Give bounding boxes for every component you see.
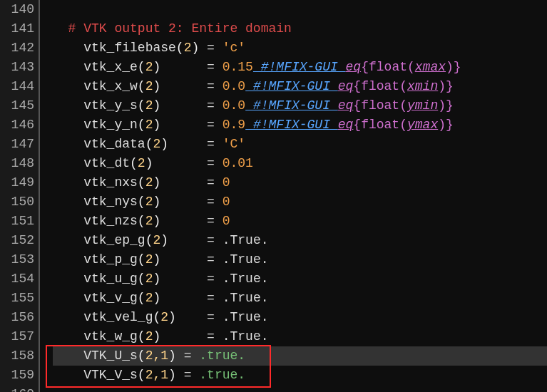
string-value: 'c' <box>223 41 245 55</box>
paren: ( <box>153 310 160 324</box>
bool-value: .True. <box>223 252 269 267</box>
code-line[interactable]: vtk_y_n(2) = 0.9 #!MFIX-GUI eq{float(yma… <box>53 115 547 135</box>
identifier: vtk_x_w <box>83 79 138 93</box>
identifier: vtk_y_n <box>83 118 138 132</box>
num-value: 0.01 <box>223 156 253 170</box>
arg: 2 <box>145 60 153 74</box>
mfix-tag: #!MFIX-GUI <box>245 79 338 93</box>
paren: ( <box>138 252 145 267</box>
arg: 2,1 <box>145 368 168 382</box>
code-line[interactable]: vtk_nxs(2) = 0 <box>53 173 547 192</box>
paren: ) <box>153 272 160 286</box>
line-number: 158 <box>0 346 34 366</box>
num-value: 0 <box>223 214 230 228</box>
num-value: 0.15 <box>223 60 253 74</box>
paren: ( <box>138 175 145 190</box>
line-number-gutter: 1401411421431441451461471481491501511521… <box>0 0 40 392</box>
num-value: 0 <box>223 175 230 190</box>
code-line[interactable]: vtk_p_g(2) = .True. <box>53 250 547 269</box>
line-number: 156 <box>0 308 34 327</box>
bool-value: .true. <box>199 349 245 363</box>
line-number: 155 <box>0 289 34 308</box>
paren: ) <box>153 214 160 228</box>
arg: 2 <box>184 41 192 55</box>
bool-value: .true. <box>199 368 245 382</box>
arg: 2 <box>145 79 153 93</box>
line-number: 150 <box>0 192 34 212</box>
eq-expr: eq <box>338 118 354 132</box>
paren: ) <box>153 60 160 74</box>
code-line[interactable]: vtk_nzs(2) = 0 <box>53 212 547 231</box>
code-line[interactable]: vtk_w_g(2) = .True. <box>53 327 547 346</box>
code-editor: 1401411421431441451461471481491501511521… <box>0 0 547 392</box>
op-eq: = <box>207 175 215 190</box>
bool-value: .True. <box>223 329 269 344</box>
code-line[interactable]: vtk_filebase(2) = 'c' <box>53 38 547 58</box>
eq-var: ymax <box>407 118 438 132</box>
line-number: 153 <box>0 250 34 269</box>
op-eq: = <box>207 41 215 55</box>
paren: ) <box>153 175 160 190</box>
identifier: vtk_nxs <box>83 175 138 190</box>
code-line[interactable]: vtk_ep_g(2) = .True. <box>53 231 547 250</box>
code-line[interactable]: vtk_u_g(2) = .True. <box>53 269 547 289</box>
code-line[interactable] <box>53 385 547 392</box>
op-eq: = <box>184 349 192 363</box>
paren: ) <box>168 349 176 363</box>
eq-brace: )} <box>438 79 454 93</box>
paren: ) <box>160 137 168 151</box>
identifier: vtk_vel_g <box>83 310 153 324</box>
code-line[interactable]: vtk_v_g(2) = .True. <box>53 289 547 308</box>
mfix-tag: #!MFIX-GUI <box>253 60 346 74</box>
code-line[interactable]: vtk_y_s(2) = 0.0 #!MFIX-GUI eq{float(ymi… <box>53 96 547 115</box>
identifier: VTK_U_s <box>83 349 138 363</box>
identifier: VTK_V_s <box>83 368 138 382</box>
code-line[interactable]: # VTK output 2: Entire domain <box>53 19 547 38</box>
code-line[interactable]: vtk_vel_g(2) = .True. <box>53 308 547 327</box>
eq-expr: eq <box>338 98 354 113</box>
line-number: 160 <box>0 385 34 392</box>
code-line[interactable] <box>53 0 547 19</box>
op-eq: = <box>207 214 215 228</box>
paren: ) <box>153 79 160 93</box>
arg: 2 <box>145 252 153 267</box>
bool-value: .True. <box>223 233 269 247</box>
code-line[interactable]: vtk_nys(2) = 0 <box>53 192 547 212</box>
paren: ( <box>176 41 184 55</box>
code-line[interactable]: vtk_x_e(2) = 0.15 #!MFIX-GUI eq{float(xm… <box>53 58 547 77</box>
paren: ( <box>130 156 138 170</box>
paren: ( <box>138 118 145 132</box>
code-line[interactable]: vtk_x_w(2) = 0.0 #!MFIX-GUI eq{float(xmi… <box>53 77 547 96</box>
line-number: 141 <box>0 19 34 38</box>
arg: 2 <box>145 195 153 209</box>
code-area[interactable]: # VTK output 2: Entire domain vtk_fileba… <box>40 0 547 392</box>
eq-brace: {float( <box>353 118 407 132</box>
op-eq: = <box>207 252 215 267</box>
op-eq: = <box>207 156 215 170</box>
paren: ) <box>191 41 199 55</box>
op-eq: = <box>207 137 215 151</box>
paren: ) <box>153 252 160 267</box>
paren: ( <box>138 291 145 305</box>
eq-var: ymin <box>407 98 438 113</box>
paren: ( <box>138 329 145 344</box>
paren: ) <box>168 368 176 382</box>
line-number: 144 <box>0 77 34 96</box>
identifier: vtk_data <box>83 137 145 151</box>
code-line[interactable]: VTK_V_s(2,1) = .true. <box>53 366 547 385</box>
paren: ( <box>145 137 153 151</box>
num-value: 0.9 <box>223 118 245 132</box>
paren: ) <box>145 156 153 170</box>
code-line[interactable]: vtk_dt(2) = 0.01 <box>53 154 547 173</box>
op-eq: = <box>207 291 215 305</box>
arg: 2 <box>145 272 153 286</box>
code-line[interactable]: vtk_data(2) = 'C' <box>53 135 547 154</box>
mfix-tag: #!MFIX-GUI <box>245 98 338 113</box>
eq-var: xmin <box>407 79 438 93</box>
paren: ( <box>138 79 145 93</box>
code-line-highlighted[interactable]: VTK_U_s(2,1) = .true. <box>53 346 547 366</box>
op-eq: = <box>207 272 215 286</box>
line-number: 149 <box>0 173 34 192</box>
paren: ) <box>153 98 160 113</box>
line-number: 147 <box>0 135 34 154</box>
